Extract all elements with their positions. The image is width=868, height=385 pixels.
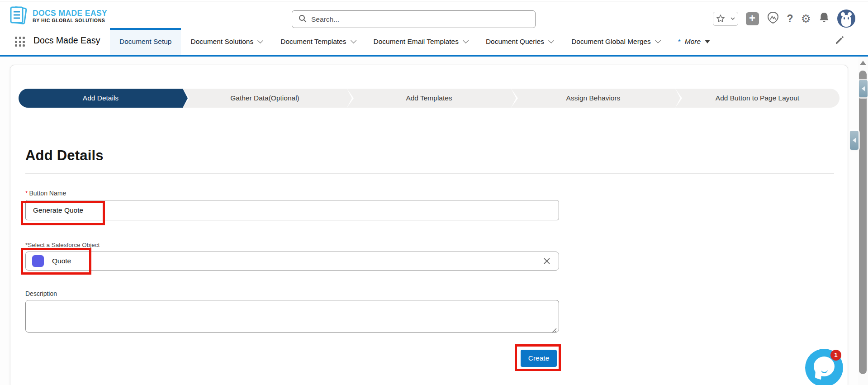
favorites-control[interactable]: [713, 12, 738, 26]
tab-document-email-templates[interactable]: Document Email Templates: [364, 28, 476, 55]
search-icon: [299, 14, 307, 24]
tab-label: Document Setup: [119, 38, 171, 46]
path-stage-label: Add Button to Page Layout: [716, 94, 799, 102]
nav-tabs: Document Setup Document Solutions Docume…: [110, 28, 720, 55]
tab-label: Document Email Templates: [374, 38, 459, 46]
page-title: Add Details: [25, 147, 104, 164]
help-icon[interactable]: ?: [787, 13, 793, 25]
temporary-tab-star: *: [678, 38, 681, 45]
quick-create-plus-icon[interactable]: +: [746, 12, 759, 25]
tab-more[interactable]: * More: [669, 28, 720, 55]
caret-down-icon: [705, 40, 710, 43]
scrollbar-thumb[interactable]: [859, 71, 867, 374]
description-textarea[interactable]: [25, 300, 559, 333]
scrollbar-up-arrow-icon[interactable]: [860, 61, 866, 65]
tab-label: Document Solutions: [190, 38, 253, 46]
favorites-star-icon[interactable]: [713, 12, 728, 25]
edit-nav-pencil-icon[interactable]: [835, 35, 844, 47]
chevron-down-icon: [257, 38, 263, 43]
header-actions: + ? ⚙: [713, 10, 855, 28]
chat-bubble-tail: [815, 371, 821, 380]
profile-avatar[interactable]: [837, 10, 855, 28]
logo-subtitle: BY HIC GLOBAL SOLUTIONS: [33, 18, 107, 24]
path-stage-label: Add Details: [83, 94, 119, 102]
docs-logo-icon: [8, 5, 29, 28]
logo-title: DOCS MADE EASY: [33, 9, 107, 18]
global-search[interactable]: [292, 10, 536, 28]
salesforce-object-label: *Select a Salesforce Object: [25, 242, 100, 248]
path-stage-label: Add Templates: [406, 94, 452, 102]
chat-unread-badge: 1: [830, 350, 841, 361]
favorites-caret-icon[interactable]: [728, 12, 738, 25]
tab-document-solutions[interactable]: Document Solutions: [181, 28, 271, 55]
required-asterisk: *: [25, 190, 28, 197]
path-stage-add-templates[interactable]: Add Templates: [347, 89, 511, 108]
tab-document-setup[interactable]: Document Setup: [110, 28, 181, 55]
tab-document-queries[interactable]: Document Queries: [476, 28, 562, 55]
button-name-label: *Button Name: [25, 190, 66, 197]
setup-gear-icon[interactable]: ⚙: [801, 13, 811, 24]
path-stage-add-details[interactable]: Add Details: [19, 89, 183, 108]
tab-document-global-merges[interactable]: Document Global Merges: [562, 28, 669, 55]
chevron-down-icon: [351, 38, 356, 43]
description-label: Description: [25, 290, 57, 297]
path-stage-assign-behaviors[interactable]: Assign Behaviors: [511, 89, 675, 108]
selected-object-value: Quote: [52, 257, 71, 265]
tab-document-templates[interactable]: Document Templates: [271, 28, 364, 55]
notification-bell-icon[interactable]: [819, 12, 830, 25]
search-input[interactable]: [311, 15, 519, 24]
path-stage-label: Gather Data(Optional): [230, 94, 299, 102]
app-launcher-waffle-icon[interactable]: [15, 37, 25, 47]
tab-label: More: [685, 38, 701, 46]
chevron-down-icon: [463, 38, 469, 43]
resize-grip-icon[interactable]: [551, 327, 557, 335]
title-divider: [25, 173, 834, 174]
create-button[interactable]: Create: [521, 350, 557, 367]
chevron-down-icon: [548, 38, 554, 43]
app-name: Docs Made Easy: [33, 35, 100, 46]
tab-label: Document Queries: [486, 38, 544, 46]
clear-selection-icon[interactable]: [542, 257, 551, 266]
app-window: DOCS MADE EASY BY HIC GLOBAL SOLUTIONS: [0, 0, 868, 385]
tab-label: Document Global Merges: [571, 38, 651, 46]
progress-path: Add Details Gather Data(Optional) Add Te…: [19, 89, 840, 108]
panel-collapse-toggle-icon[interactable]: [850, 131, 859, 150]
app-logo: DOCS MADE EASY BY HIC GLOBAL SOLUTIONS: [8, 5, 107, 28]
global-header: DOCS MADE EASY BY HIC GLOBAL SOLUTIONS: [0, 1, 868, 28]
button-name-input[interactable]: [25, 200, 559, 220]
page-card: Add Details Gather Data(Optional) Add Te…: [10, 65, 848, 385]
app-navigation-bar: Docs Made Easy Document Setup Document S…: [0, 28, 868, 55]
path-stage-add-button-to-page-layout[interactable]: Add Button to Page Layout: [675, 89, 840, 108]
tab-label: Document Templates: [280, 38, 346, 46]
path-stage-label: Assign Behaviors: [566, 94, 621, 102]
path-stage-gather-data[interactable]: Gather Data(Optional): [183, 89, 347, 108]
salesforce-object-combobox[interactable]: Quote: [25, 252, 559, 271]
panel-collapse-toggle-icon[interactable]: [859, 80, 868, 97]
guidance-center-icon[interactable]: [767, 11, 779, 26]
quote-object-icon: [32, 255, 44, 267]
chevron-down-icon: [655, 38, 661, 43]
